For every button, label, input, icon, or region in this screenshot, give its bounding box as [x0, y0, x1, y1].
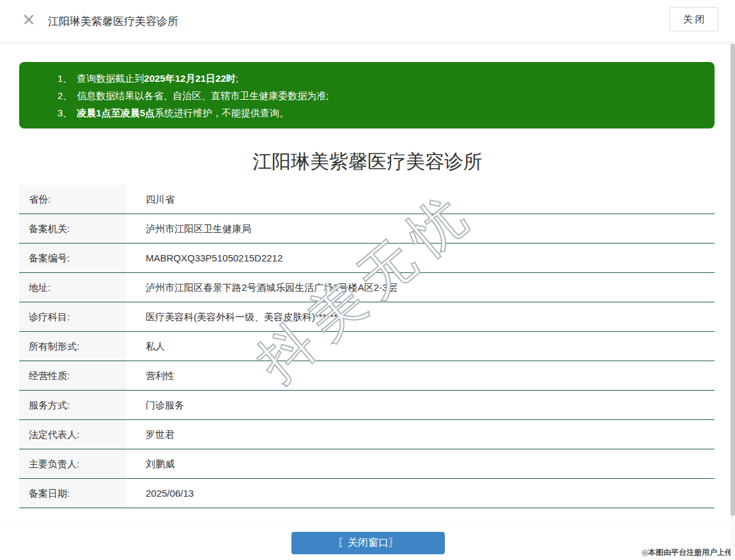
row-label: 备案编号: [19, 244, 127, 272]
row-value: 门诊服务 [127, 391, 715, 419]
close-icon[interactable]: × [22, 11, 36, 27]
row-label: 备案机关: [19, 214, 127, 243]
row-label: 所有制形式: [19, 332, 127, 361]
table-row-ownership: 所有制形式: 私人 [19, 332, 715, 361]
table-row-province: 省份: 四川省 [19, 185, 715, 214]
table-row-filing-date: 备案日期: 2025/06/13 [19, 479, 715, 508]
row-value: 罗世君 [127, 420, 715, 449]
notice-bold-text: 凌晨1点至凌晨5点 [77, 107, 155, 118]
table-row-filing-authority: 备案机关: 泸州市江阳区卫生健康局 [19, 214, 715, 244]
notice-line-3: 3、凌晨1点至凌晨5点系统进行维护，不能提供查询。 [58, 104, 702, 121]
copyright-note: ◎本图由平台注册用户上传 [642, 547, 732, 558]
notice-text: 查询数据截止到 [77, 73, 144, 84]
close-window-button[interactable]: 〖关闭窗口〗 [291, 532, 445, 554]
window-titlebar: × 江阳琳美紫馨医疗美容诊所 关 闭 [0, 0, 735, 43]
notice-text: 系统进行维护，不能提供查询。 [155, 107, 289, 118]
table-row-legal-representative: 法定代表人: 罗世君 [19, 420, 715, 449]
row-value: 营利性 [127, 361, 715, 390]
row-value: 四川省 [127, 185, 715, 214]
footer-divider [0, 526, 735, 527]
table-row-business-nature: 经营性质: 营利性 [19, 361, 715, 391]
scrollbar-track[interactable] [731, 43, 735, 560]
table-row-treatment-subjects: 诊疗科目: 医疗美容科(美容外科一级、美容皮肤科)****** [19, 302, 715, 332]
notice-line-2: 2、信息数据结果以各省、自治区、直辖市卫生健康委数据为准; [58, 87, 702, 104]
notice-line-number: 1、 [58, 73, 72, 84]
row-value: 医疗美容科(美容外科一级、美容皮肤科)****** [127, 302, 715, 331]
row-label: 备案日期: [19, 479, 127, 508]
notice-text: ; [236, 73, 238, 84]
notice-text: 信息数据结果以各省、自治区、直辖市卫生健康委数据为准; [77, 90, 329, 101]
scrollbar-thumb[interactable] [731, 43, 735, 516]
row-label: 省份: [19, 185, 127, 214]
notice-line-1: 1、查询数据截止到2025年12月21日22时; [58, 70, 702, 87]
notice-line-number: 3、 [58, 107, 72, 118]
row-label: 诊疗科目: [19, 302, 127, 331]
row-value: 刘鹏威 [127, 449, 715, 478]
row-label: 主要负责人: [19, 449, 127, 478]
row-value: 泸州市江阳区卫生健康局 [127, 214, 715, 243]
notice-banner: 1、查询数据截止到2025年12月21日22时; 2、信息数据结果以各省、自治区… [19, 62, 715, 128]
close-button[interactable]: 关 闭 [669, 7, 718, 31]
record-table: 省份: 四川省 备案机关: 泸州市江阳区卫生健康局 备案编号: MABRQXQ3… [19, 185, 715, 508]
notice-line-number: 2、 [58, 90, 72, 101]
page-title: 江阳琳美紫馨医疗美容诊所 [0, 149, 735, 175]
row-label: 经营性质: [19, 361, 127, 390]
notice-bold-text: 2025年12月21日22时 [144, 73, 235, 84]
row-value: 泸州市江阳区春景下路2号酒城乐园生活广场2号楼A区2-3层 [127, 273, 715, 302]
row-label: 地址: [19, 273, 127, 302]
table-row-filing-number: 备案编号: MABRQXQ33P51050215D2212 [19, 244, 715, 273]
row-value: MABRQXQ33P51050215D2212 [127, 244, 715, 272]
row-value: 私人 [127, 332, 715, 361]
row-value: 2025/06/13 [127, 479, 715, 508]
table-row-address: 地址: 泸州市江阳区春景下路2号酒城乐园生活广场2号楼A区2-3层 [19, 273, 715, 302]
window-title: 江阳琳美紫馨医疗美容诊所 [48, 14, 178, 29]
table-row-main-person-in-charge: 主要负责人: 刘鹏威 [19, 449, 715, 479]
table-row-service-mode: 服务方式: 门诊服务 [19, 391, 715, 420]
row-label: 服务方式: [19, 391, 127, 419]
row-label: 法定代表人: [19, 420, 127, 449]
